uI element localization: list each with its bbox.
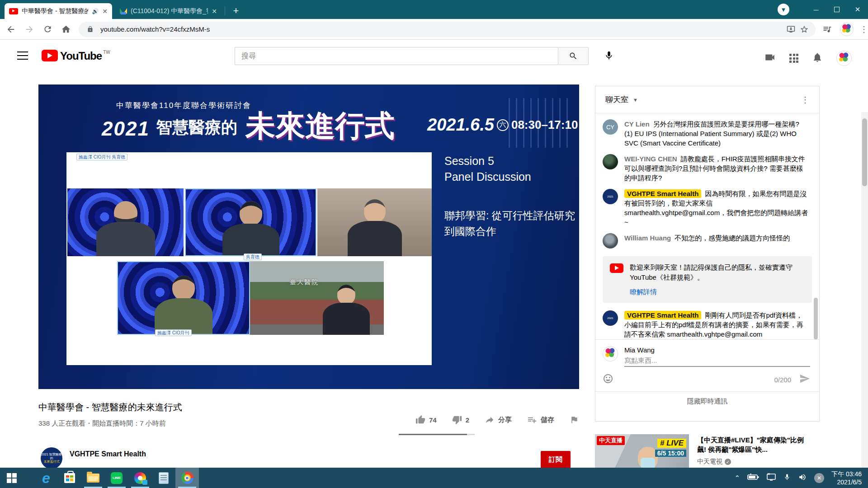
close-window-button[interactable]: ✕: [847, 0, 868, 19]
page-scrollbar[interactable]: [861, 112, 868, 488]
chat-author[interactable]: WEI-YING CHEN: [624, 155, 677, 163]
search-input[interactable]: [235, 47, 558, 65]
navbar-extensions: ⋮: [820, 23, 868, 36]
subscribe-button[interactable]: 訂閱: [541, 451, 571, 469]
save-button[interactable]: 儲存: [527, 415, 554, 425]
chat-scrollbar-thumb[interactable]: [814, 298, 818, 339]
like-button[interactable]: 74: [415, 415, 437, 425]
download-status-icon[interactable]: ▼: [778, 4, 789, 15]
chat-header: 聊天室 ▼ ⋮: [595, 86, 819, 113]
share-button[interactable]: 分享: [485, 415, 512, 425]
youtube-apps-icon[interactable]: [789, 54, 798, 63]
participant-video-1: [67, 188, 184, 256]
page-scrollbar-thumb[interactable]: [862, 118, 867, 186]
voice-search-icon[interactable]: [604, 51, 614, 62]
emoji-icon[interactable]: [603, 373, 613, 386]
chat-message-input[interactable]: [624, 354, 810, 367]
bookmark-star-icon[interactable]: [797, 23, 811, 36]
tab-drive[interactable]: (C11004-012) 中華醫學會_智慧 ✕: [115, 3, 222, 19]
avatar[interactable]: [603, 154, 618, 169]
channel-avatar[interactable]: 2021 智慧醫療的 未來進行式: [41, 447, 62, 469]
session-type: Panel Discussion: [444, 170, 576, 183]
minimize-button[interactable]: ─: [806, 0, 826, 19]
create-video-icon[interactable]: [764, 52, 776, 65]
microphone-icon[interactable]: [783, 473, 791, 483]
browser-profile-avatar[interactable]: [840, 23, 854, 36]
line-app-icon[interactable]: LINE: [105, 468, 128, 488]
avatar[interactable]: 2021: [603, 310, 618, 326]
playlist-extension-icon[interactable]: [820, 23, 834, 36]
report-flag-icon[interactable]: [570, 415, 579, 424]
youtube-logo[interactable]: YouTube TW: [42, 50, 110, 62]
chat-message: 2021 VGHTPE Smart Health因為時間有限，如果您有問題是沒有…: [595, 186, 819, 230]
video-actions: 74 2 分享 儲存: [415, 415, 579, 425]
lock-icon[interactable]: [83, 23, 97, 36]
forward-icon[interactable]: [22, 22, 37, 37]
menu-hamburger-icon[interactable]: [17, 52, 28, 60]
speaker-tag: 吳育德: [244, 253, 262, 260]
chrome-icon[interactable]: [175, 468, 199, 488]
send-icon[interactable]: [799, 373, 810, 386]
live-chat-panel: 聊天室 ▼ ⋮ CY CY Lien另外台灣採用疫苗護照政策是要採用哪一種架構?…: [595, 86, 820, 422]
restore-button[interactable]: [826, 0, 847, 19]
taskbar-clock[interactable]: 下午 03:46 2021/6/5: [831, 470, 862, 486]
like-count: 74: [429, 416, 437, 424]
file-explorer-icon[interactable]: [81, 468, 105, 488]
avatar[interactable]: 2021: [603, 189, 618, 204]
youtube-logo-text: YouTube: [60, 50, 102, 62]
learn-more-link[interactable]: 瞭解詳情: [630, 288, 805, 296]
account-avatar[interactable]: [836, 51, 852, 66]
participant-video-4: [117, 261, 250, 335]
save-label: 儲存: [541, 416, 554, 424]
tray-chevron-icon[interactable]: ⌃: [734, 474, 740, 482]
dislike-button[interactable]: 2: [452, 415, 469, 425]
char-counter: 0/200: [774, 376, 791, 384]
notifications-bell-icon[interactable]: [812, 52, 823, 65]
reload-icon[interactable]: [40, 22, 55, 37]
start-button[interactable]: [0, 468, 24, 488]
video-title: 中華醫學會 - 智慧醫療的未來進行式: [38, 401, 182, 413]
tray-app-icon[interactable]: ✕: [814, 473, 824, 483]
notepad-app-icon[interactable]: [152, 468, 175, 488]
recommended-channel[interactable]: 中天電視 ✓: [697, 458, 810, 466]
chat-author[interactable]: William Huang: [624, 234, 671, 242]
new-tab-button[interactable]: +: [230, 5, 242, 17]
chat-policy-notice: 歡迎來到聊天室！請記得保護自己的隱私，並確實遵守 YouTube《社群規範》。 …: [603, 256, 812, 303]
avatar[interactable]: [603, 233, 618, 249]
tab-close-icon[interactable]: ✕: [212, 8, 217, 15]
chat-author[interactable]: CY Lien: [624, 120, 650, 128]
chat-menu-icon[interactable]: ⋮: [801, 95, 809, 105]
url-text[interactable]: youtube.com/watch?v=24cfxzMsM-s: [100, 25, 784, 33]
like-ratio-bar: [399, 434, 475, 435]
chevron-down-icon[interactable]: ▼: [633, 97, 638, 103]
recommended-title[interactable]: 【中天直播#LIVE】"家庭傳染"比例飆! 侯再籲"紫爆區"快...: [697, 435, 810, 454]
install-icon[interactable]: [784, 23, 797, 36]
channel-name[interactable]: VGHTPE Smart Health: [70, 450, 146, 458]
avatar[interactable]: CY: [603, 119, 618, 135]
home-icon[interactable]: [59, 22, 74, 37]
clock-time: 下午 03:46: [831, 470, 862, 478]
display-icon[interactable]: [766, 473, 776, 483]
recommended-video[interactable]: 中天直播 # LIVE 6/5 15:00 【中天直播#LIVE】"家庭傳染"比…: [595, 434, 820, 468]
video-player[interactable]: 中華醫學會110年度聯合學術研討會 2021 智慧醫療的 未來進行式 2021.…: [38, 84, 579, 389]
tab-youtube[interactable]: 中華醫學會 - 智慧醫療的未来 🔊 ✕: [5, 3, 112, 19]
search-button[interactable]: [558, 47, 589, 65]
chat-author-owner[interactable]: VGHTPE Smart Health: [624, 311, 701, 319]
hide-chat-button[interactable]: 隱藏即時通訊: [595, 391, 819, 411]
tab-audio-icon[interactable]: 🔊: [92, 8, 99, 14]
participant-video-5: 臺大醫院: [250, 261, 384, 335]
tab-close-icon[interactable]: ✕: [102, 8, 108, 15]
conference-title-big: 未來進行式: [245, 112, 395, 140]
back-icon[interactable]: [4, 22, 19, 37]
chat-messages[interactable]: CY CY Lien另外台灣採用疫苗護照政策是要採用哪一種架構? (1) EU …: [595, 113, 819, 339]
browser-menu-icon[interactable]: ⋮: [860, 24, 868, 34]
color-wheel-app-icon[interactable]: [128, 468, 152, 488]
chat-author-owner[interactable]: VGHTPE Smart Health: [624, 189, 701, 198]
volume-icon[interactable]: [798, 473, 807, 483]
store-icon[interactable]: [58, 468, 81, 488]
participant-video-3: [317, 188, 432, 256]
edge-icon[interactable]: e: [34, 468, 58, 488]
tab-title: 中華醫學會 - 智慧醫療的未来: [22, 7, 88, 15]
battery-icon[interactable]: [747, 474, 759, 483]
address-bar[interactable]: youtube.com/watch?v=24cfxzMsM-s: [79, 22, 816, 37]
